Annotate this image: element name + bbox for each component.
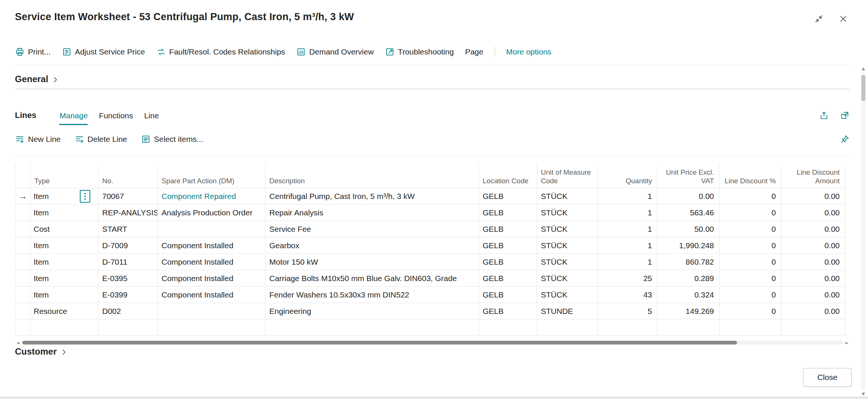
cell-no[interactable]: REP-ANALYSIS xyxy=(98,205,158,221)
cell-unit_of_measure_code[interactable]: STÜCK xyxy=(537,188,598,204)
vertical-scroll-track[interactable] xyxy=(861,72,865,390)
cell-location_code[interactable]: GELB xyxy=(479,303,537,319)
cell-description[interactable]: Centrifugal Pump, Cast Iron, 5 m³/h, 3 k… xyxy=(266,188,479,204)
cell-type[interactable]: Item xyxy=(31,237,98,253)
cell-location_code[interactable]: GELB xyxy=(479,237,537,253)
vertical-scroll-thumb[interactable] xyxy=(861,75,865,101)
cell-line_discount_pct[interactable] xyxy=(720,319,781,336)
cell-unit_price_excl_vat[interactable]: 563.46 xyxy=(658,205,720,221)
table-row[interactable]: ItemE-0395Component InstalledCarriage Bo… xyxy=(15,270,845,287)
cell-line_discount_pct[interactable]: 0 xyxy=(720,287,781,303)
cell-quantity[interactable] xyxy=(598,319,658,336)
cell-line_discount_amount[interactable]: 0.00 xyxy=(781,188,845,204)
cell-unit_price_excl_vat[interactable]: 860.782 xyxy=(658,254,720,270)
cell-unit_of_measure_code[interactable]: STÜCK xyxy=(537,254,598,270)
cell-type[interactable]: Item xyxy=(31,287,98,303)
cell-description[interactable]: Fender Washers 10.5x30x3 mm DIN522 xyxy=(266,287,479,303)
cell-location_code[interactable]: GELB xyxy=(479,270,537,286)
cell-description[interactable]: Gearbox xyxy=(266,237,479,253)
table-row[interactable]: ItemREP-ANALYSISAnalysis Production Orde… xyxy=(15,205,845,221)
table-row[interactable]: ResourceD002EngineeringGELBSTUNDE5149.26… xyxy=(15,303,845,319)
cell-quantity[interactable]: 1 xyxy=(598,221,658,237)
cell-type[interactable]: Item xyxy=(31,254,98,270)
customer-section-header[interactable]: Customer xyxy=(15,346,68,357)
horizontal-scrollbar[interactable]: ◄ ► xyxy=(16,339,849,346)
cell-line_discount_amount[interactable] xyxy=(781,319,845,336)
print-button[interactable]: Print... xyxy=(15,47,51,57)
cell-type[interactable]: Item xyxy=(31,188,98,204)
column-header-location_code[interactable]: Location Code xyxy=(479,164,537,188)
horizontal-scroll-thumb[interactable] xyxy=(22,341,737,345)
cell-line_discount_amount[interactable]: 0.00 xyxy=(781,287,845,303)
column-header-type[interactable]: Type xyxy=(31,164,98,188)
cell-no[interactable]: START xyxy=(98,221,158,237)
column-header-line_discount_pct[interactable]: Line Discount % xyxy=(720,164,781,188)
cell-spare_part_action[interactable]: Component Installed xyxy=(158,237,266,253)
cell-quantity[interactable]: 25 xyxy=(598,270,658,286)
cell-line_discount_pct[interactable]: 0 xyxy=(720,303,781,319)
restore-down-icon[interactable] xyxy=(814,13,824,25)
cell-description[interactable] xyxy=(266,319,479,336)
cell-description[interactable]: Repair Analysis xyxy=(266,205,479,221)
cell-unit_of_measure_code[interactable] xyxy=(537,319,598,336)
cell-unit_of_measure_code[interactable]: STÜCK xyxy=(537,287,598,303)
fault-resol-codes-button[interactable]: Fault/Resol. Codes Relationships xyxy=(156,47,285,57)
demand-overview-button[interactable]: Demand Overview xyxy=(296,47,374,57)
cell-spare_part_action-value[interactable]: Component Repaired xyxy=(162,192,236,201)
cell-type[interactable]: Item xyxy=(31,205,98,221)
column-header-unit_of_measure_code[interactable]: Unit of Measure Code xyxy=(537,164,598,188)
cell-line_discount_amount[interactable]: 0.00 xyxy=(781,254,845,270)
column-header-unit_price_excl_vat[interactable]: Unit Price Excl. VAT xyxy=(658,164,720,188)
cell-type[interactable]: Cost xyxy=(31,221,98,237)
cell-quantity[interactable]: 1 xyxy=(598,237,658,253)
general-section-header[interactable]: General xyxy=(15,74,59,84)
table-row[interactable]: ItemE-0399Component InstalledFender Wash… xyxy=(15,287,845,303)
page-menu-button[interactable]: Page xyxy=(465,47,483,56)
select-items-button[interactable]: Select items... xyxy=(141,134,203,144)
cell-no[interactable] xyxy=(98,319,158,336)
cell-line_discount_pct[interactable]: 0 xyxy=(720,188,781,204)
cell-location_code[interactable] xyxy=(479,319,537,336)
cell-spare_part_action[interactable]: Analysis Production Order xyxy=(158,205,266,221)
cell-unit_price_excl_vat[interactable]: 50.00 xyxy=(658,221,720,237)
cell-unit_of_measure_code[interactable]: STUNDE xyxy=(537,303,598,319)
cell-line_discount_pct[interactable]: 0 xyxy=(720,254,781,270)
troubleshooting-button[interactable]: Troubleshooting xyxy=(385,47,454,57)
cell-type[interactable]: Resource xyxy=(31,303,98,319)
cell-line_discount_amount[interactable]: 0.00 xyxy=(781,270,845,286)
cell-description[interactable]: Carriage Bolts M10x50 mm Blue Galv. DIN6… xyxy=(266,270,479,286)
column-header-quantity[interactable]: Quantity xyxy=(598,164,658,188)
cell-unit_price_excl_vat[interactable] xyxy=(658,319,720,336)
tab-manage[interactable]: Manage xyxy=(59,111,88,125)
close-button[interactable]: Close xyxy=(803,368,852,387)
cell-spare_part_action[interactable] xyxy=(158,303,266,319)
adjust-service-price-button[interactable]: Adjust Service Price xyxy=(62,47,145,57)
more-options-button[interactable]: More options xyxy=(506,47,551,56)
cell-line_discount_amount[interactable]: 0.00 xyxy=(781,303,845,319)
cell-spare_part_action[interactable]: Component Installed xyxy=(158,270,266,286)
new-line-button[interactable]: New Line xyxy=(15,134,61,144)
cell-line_discount_pct[interactable]: 0 xyxy=(720,221,781,237)
cell-location_code[interactable]: GELB xyxy=(479,254,537,270)
cell-line_discount_pct[interactable]: 0 xyxy=(720,237,781,253)
cell-quantity[interactable]: 1 xyxy=(598,205,658,221)
cell-location_code[interactable]: GELB xyxy=(479,205,537,221)
cell-spare_part_action[interactable] xyxy=(158,221,266,237)
cell-no[interactable]: 70067 xyxy=(98,188,158,204)
cell-no[interactable]: D002 xyxy=(98,303,158,319)
cell-unit_price_excl_vat[interactable]: 1,990.248 xyxy=(658,237,720,253)
table-row[interactable]: CostSTARTService FeeGELBSTÜCK150.0000.00 xyxy=(15,221,845,237)
cell-no[interactable]: D-7009 xyxy=(98,237,158,253)
cell-unit_of_measure_code[interactable]: STÜCK xyxy=(537,205,598,221)
tab-functions[interactable]: Functions xyxy=(99,111,133,125)
cell-quantity[interactable]: 1 xyxy=(598,254,658,270)
table-row[interactable]: ItemD-7009Component InstalledGearboxGELB… xyxy=(15,237,845,254)
cell-line_discount_amount[interactable]: 0.00 xyxy=(781,237,845,253)
cell-description[interactable]: Engineering xyxy=(266,303,479,319)
cell-spare_part_action[interactable]: Component Installed xyxy=(158,254,266,270)
cell-spare_part_action[interactable]: Component Installed xyxy=(158,287,266,303)
close-icon[interactable] xyxy=(838,13,849,25)
cell-quantity[interactable]: 1 xyxy=(598,188,658,204)
vertical-scrollbar[interactable]: ▲ ▼ xyxy=(860,66,867,396)
scroll-right-icon[interactable]: ► xyxy=(846,341,849,345)
